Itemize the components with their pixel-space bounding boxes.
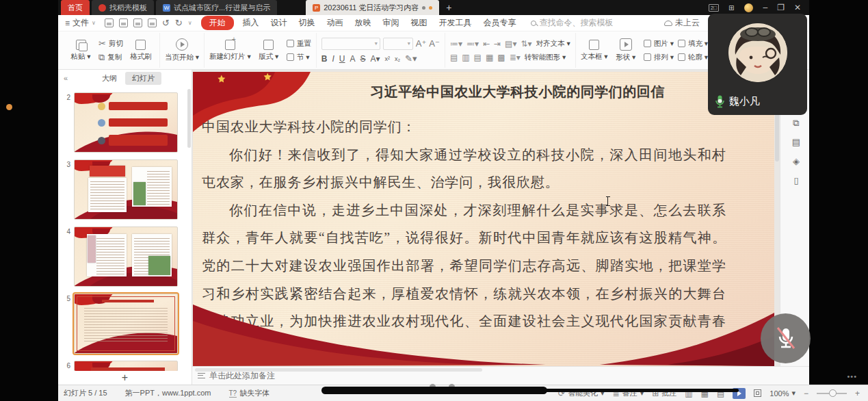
bold-button[interactable]: B bbox=[321, 54, 328, 64]
zoom-in-button[interactable]: + bbox=[855, 389, 860, 398]
tab-writer-document[interactable]: W 试点城市医疗...行进展与启示 bbox=[156, 0, 277, 15]
print-icon[interactable] bbox=[133, 18, 142, 27]
shapes-button[interactable]: 形状 ▾ bbox=[612, 38, 640, 62]
restore-button[interactable]: ❐ bbox=[777, 3, 785, 12]
new-slide-button[interactable]: 新建幻灯片 ▾ bbox=[209, 40, 251, 62]
missing-font-warning[interactable]: T? 缺失字体 bbox=[229, 388, 270, 398]
slide-thumbnail-2[interactable] bbox=[74, 92, 178, 153]
character-border-button[interactable]: A bbox=[350, 54, 356, 64]
menu-tab-transitions[interactable]: 切换 bbox=[296, 16, 318, 29]
menu-tab-design[interactable]: 设计 bbox=[268, 16, 290, 29]
more-options-dots[interactable]: ••• bbox=[847, 372, 857, 380]
meeting-participant-tile[interactable]: 魏小凡 bbox=[708, 14, 807, 115]
save-icon[interactable] bbox=[119, 18, 128, 27]
format-painter-button[interactable]: 格式刷 bbox=[127, 40, 155, 62]
file-menu[interactable]: ≡ 文件 ∨ bbox=[65, 17, 96, 29]
picture-button[interactable]: 图片 ▾ bbox=[644, 39, 674, 49]
image-edit-icon[interactable]: ▤ bbox=[791, 137, 802, 148]
zoom-slider-knob[interactable] bbox=[829, 389, 837, 397]
redo-icon[interactable]: ↻ bbox=[175, 18, 183, 28]
slide-thumbnail-4[interactable] bbox=[74, 227, 178, 287]
numbering-button[interactable]: ≕▾ bbox=[466, 39, 479, 49]
zoom-level[interactable]: 100% ▾ bbox=[770, 389, 795, 398]
outline-tab[interactable]: 大纲 bbox=[102, 73, 117, 83]
menu-tab-insert[interactable]: 插入 bbox=[240, 16, 262, 29]
add-slide-button[interactable]: + bbox=[58, 371, 192, 385]
text-box-button[interactable]: 文本框 ▾ bbox=[581, 40, 608, 62]
apps-grid-icon[interactable]: ⊞ bbox=[728, 4, 735, 12]
italic-button[interactable]: I bbox=[332, 54, 334, 64]
slide-thumbnail-3[interactable] bbox=[74, 159, 178, 220]
copy-button[interactable]: ⧉复制 bbox=[98, 53, 123, 62]
font-color-button[interactable]: A▾ bbox=[371, 54, 380, 64]
zoom-out-button[interactable]: − bbox=[804, 389, 808, 398]
align-center-icon[interactable]: ▥ bbox=[462, 53, 469, 62]
increase-indent-button[interactable]: ⇥ bbox=[494, 39, 501, 49]
menu-tab-membership[interactable]: 会员专享 bbox=[481, 16, 519, 29]
justify-icon[interactable]: ▦ bbox=[486, 53, 493, 62]
decrease-indent-button[interactable]: ⇤ bbox=[483, 39, 490, 49]
horizontal-scrollbar[interactable] bbox=[195, 368, 482, 372]
copy-slide-icon[interactable]: ⧉ bbox=[791, 118, 802, 129]
subscript-button[interactable]: x₂ bbox=[395, 55, 400, 62]
menu-tab-review[interactable]: 审阅 bbox=[380, 16, 402, 29]
tab-home[interactable]: 首页 bbox=[61, 0, 90, 15]
notes-bar[interactable]: 单击此处添加备注 bbox=[192, 366, 809, 385]
menu-tab-devtools[interactable]: 开发工具 bbox=[436, 16, 475, 29]
microphone-muted-button[interactable] bbox=[761, 313, 811, 363]
new-file-icon[interactable] bbox=[105, 18, 114, 27]
shield-icon[interactable]: ◈ bbox=[791, 156, 802, 167]
panel-scrollbar[interactable] bbox=[187, 89, 191, 148]
font-size-select[interactable]: ▾ bbox=[383, 38, 413, 50]
book-icon[interactable]: ▯ bbox=[791, 175, 802, 186]
command-search-input[interactable]: 查找命令、搜索模板 bbox=[531, 17, 614, 29]
menu-tab-view[interactable]: 视图 bbox=[408, 16, 430, 29]
line-spacing-button[interactable]: ⇅▾ bbox=[521, 39, 531, 49]
minimize-button[interactable]: – bbox=[763, 3, 767, 12]
menu-tab-animation[interactable]: 动画 bbox=[324, 16, 346, 29]
cut-button[interactable]: ✂剪切 bbox=[98, 39, 123, 49]
tab-docer-templates[interactable]: 找稻壳模板 bbox=[92, 0, 154, 15]
bullets-button[interactable]: ≔▾ bbox=[450, 39, 462, 49]
align-right-icon[interactable]: ▤ bbox=[474, 53, 482, 62]
menu-tab-slideshow[interactable]: 放映 bbox=[352, 16, 374, 29]
align-left-icon[interactable]: ▤ bbox=[450, 53, 458, 62]
slides-tab[interactable]: 幻灯片 bbox=[125, 72, 161, 85]
strikethrough-button[interactable]: S bbox=[360, 54, 366, 64]
current-slide[interactable]: 习近平给中国农业大学科技小院的同学们的回信 中国农业大学科技小院的同学们： 你们… bbox=[193, 72, 774, 366]
columns-icon[interactable]: ≣▾ bbox=[510, 53, 521, 62]
fit-to-window-icon[interactable] bbox=[754, 389, 761, 397]
undo-icon[interactable]: ↺ bbox=[162, 18, 170, 28]
align-text-button[interactable]: 对齐文本 ▾ bbox=[536, 39, 570, 49]
menu-tab-home[interactable]: 开始 bbox=[201, 16, 234, 30]
outline-button[interactable]: 轮廓 ▾ bbox=[678, 53, 708, 62]
integration-mode-icon[interactable]: 2□ bbox=[709, 4, 719, 12]
slide-thumbnail-5-selected[interactable] bbox=[74, 294, 178, 354]
font-name-select[interactable]: ▾ bbox=[321, 38, 380, 50]
paste-button[interactable]: 粘贴 ▾ bbox=[67, 40, 94, 62]
zoom-slider[interactable] bbox=[817, 393, 847, 394]
increase-font-icon[interactable]: A⁺ bbox=[416, 39, 427, 48]
reset-button[interactable]: 重置 bbox=[287, 39, 311, 49]
chevron-down-icon[interactable]: ∨ bbox=[188, 20, 192, 26]
convert-smartart-button[interactable]: 转智能图形 ▾ bbox=[525, 53, 566, 62]
fill-button[interactable]: 填充 ▾ bbox=[678, 39, 708, 49]
account-avatar[interactable] bbox=[744, 3, 753, 12]
distribute-icon[interactable]: ▩ bbox=[497, 53, 505, 62]
underline-button[interactable]: U bbox=[339, 54, 345, 64]
new-tab-button[interactable]: + bbox=[439, 0, 458, 15]
canvas-scrollbar[interactable] bbox=[775, 112, 779, 161]
play-from-current-button[interactable]: 当页开始 ▾ bbox=[165, 38, 199, 62]
slide-canvas[interactable]: 习近平给中国农业大学科技小院的同学们的回信 中国农业大学科技小院的同学们： 你们… bbox=[192, 70, 780, 366]
section-button[interactable]: 节 ▾ bbox=[287, 53, 311, 62]
superscript-button[interactable]: x² bbox=[385, 55, 391, 62]
highlight-button[interactable]: ✎▾ bbox=[405, 54, 417, 63]
print-preview-icon[interactable] bbox=[148, 18, 157, 27]
layout-button[interactable]: 版式 ▾ bbox=[255, 40, 282, 62]
close-button[interactable]: ✕ bbox=[794, 3, 801, 12]
decrease-font-icon[interactable]: A⁻ bbox=[429, 39, 440, 48]
slide-thumbnail-6[interactable] bbox=[74, 361, 178, 371]
text-direction-button[interactable]: ▤▾ bbox=[505, 39, 516, 49]
arrange-button[interactable]: 排列 ▾ bbox=[644, 53, 674, 62]
collapse-panel-button[interactable]: « bbox=[64, 74, 68, 82]
